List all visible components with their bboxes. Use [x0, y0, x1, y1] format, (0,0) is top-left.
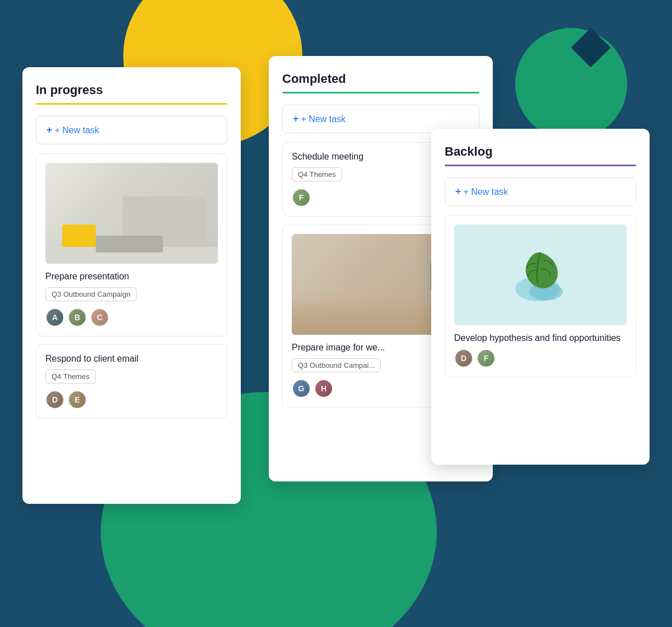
task-prepare-presentation: Prepare presentation Q3 Outbound Campaig… [36, 153, 227, 336]
column-backlog: Backlog + + New task [431, 129, 650, 465]
avatar-3: C [90, 308, 109, 327]
task-image-workspace [45, 163, 218, 264]
avatar-9: D [454, 349, 473, 368]
column-underline-backlog [445, 165, 636, 166]
task-avatars-develop-hypothesis: D F [454, 349, 627, 368]
plus-icon-in-progress: + [46, 124, 53, 136]
column-title-backlog: Backlog [445, 144, 636, 159]
column-underline-in-progress [36, 103, 227, 105]
task-develop-hypothesis: Develop hypothesis and find opportunitie… [445, 215, 636, 377]
column-underline-completed [282, 92, 479, 93]
task-tag-schedule-meeting: Q4 Themes [292, 167, 342, 181]
avatar-5: E [68, 390, 87, 409]
avatar-4: D [45, 390, 64, 409]
kanban-board: In progress + + New task Prepare present… [22, 56, 650, 582]
avatar-6: F [292, 188, 311, 207]
task-avatars-prepare-presentation: A B C [45, 308, 218, 327]
column-in-progress: In progress + + New task Prepare present… [22, 67, 241, 504]
plus-icon-backlog: + [455, 186, 461, 198]
avatar-10: F [477, 349, 496, 368]
avatar-2: B [68, 308, 87, 327]
column-title-completed: Completed [282, 72, 479, 86]
avatar-8: H [314, 379, 333, 398]
task-name-develop-hypothesis: Develop hypothesis and find opportunitie… [454, 333, 627, 343]
task-tag-respond-client: Q4 Themes [45, 369, 96, 383]
task-tag-prepare-presentation: Q3 Outbound Campaign [45, 287, 137, 301]
task-tag-prepare-image: Q3 Outbound Campai... [292, 358, 381, 372]
task-image-leaf [454, 224, 627, 325]
column-title-in-progress: In progress [36, 83, 227, 97]
new-task-label-completed: + New task [301, 114, 346, 124]
avatar-1: A [45, 308, 64, 327]
task-avatars-respond-client: D E [45, 390, 218, 409]
task-name-respond-client: Respond to client email [45, 354, 218, 364]
leaf-svg-icon [507, 241, 574, 308]
plus-icon-completed: + [293, 113, 299, 125]
new-task-button-in-progress[interactable]: + + New task [36, 116, 227, 144]
task-respond-client-email: Respond to client email Q4 Themes D E [36, 344, 227, 419]
avatar-7: G [292, 379, 311, 398]
new-task-button-backlog[interactable]: + + New task [445, 177, 636, 206]
task-name-prepare-presentation: Prepare presentation [45, 272, 218, 282]
new-task-label-backlog: + New task [464, 187, 508, 197]
new-task-label-in-progress: + New task [55, 125, 100, 135]
